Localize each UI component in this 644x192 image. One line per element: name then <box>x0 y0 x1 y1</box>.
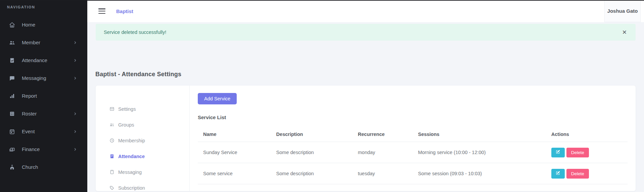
attendance-clipboard-icon <box>9 57 15 63</box>
edit-pencil-icon <box>556 150 560 155</box>
sidebar-item-home[interactable]: Home <box>0 16 87 34</box>
subnav-item-attendance[interactable]: Attendance <box>96 148 189 164</box>
church-icon <box>9 164 15 170</box>
delete-button[interactable]: Delete <box>566 169 589 179</box>
banknote-icon <box>9 146 15 152</box>
chevron-right-icon <box>73 112 77 116</box>
subnav-item-messaging[interactable]: Messaging <box>96 164 189 180</box>
cell-sessions: Morning service (10:00 - 12:00) <box>413 142 546 163</box>
home-icon <box>9 22 15 28</box>
content-area: Service deleted successfully! ✕ Baptist … <box>87 22 644 192</box>
sidebar-item-label: Messaging <box>22 75 46 81</box>
delete-button[interactable]: Delete <box>566 148 589 157</box>
subnav-item-settings[interactable]: Settings <box>96 101 189 117</box>
nav-section-label: NAVIGATION <box>7 5 87 9</box>
sidebar: NAVIGATION Home Member Attendance Messag… <box>0 0 87 192</box>
calendar-icon <box>9 129 15 135</box>
column-header-recurrence: Recurrence <box>353 127 413 142</box>
close-icon[interactable]: ✕ <box>622 29 628 36</box>
chevron-right-icon <box>73 41 77 45</box>
clock-icon <box>109 138 114 143</box>
sidebar-item-event[interactable]: Event <box>0 123 87 140</box>
column-header-sessions: Sessions <box>413 127 546 142</box>
page-title: Baptist - Attendance Settings <box>95 71 636 78</box>
chevron-right-icon <box>73 76 77 80</box>
subnav-item-label: Membership <box>118 138 145 143</box>
subnav-item-groups[interactable]: Groups <box>96 117 189 133</box>
sidebar-item-label: Finance <box>22 146 40 152</box>
cell-description: Some description <box>271 142 353 163</box>
sidebar-item-label: Event <box>22 129 35 134</box>
success-alert: Service deleted successfully! ✕ <box>96 24 636 41</box>
sidebar-item-label: Church <box>22 164 38 170</box>
sidebar-item-finance[interactable]: Finance <box>0 140 87 158</box>
user-name: Joshua Gato <box>607 8 638 14</box>
column-header-description: Description <box>271 127 353 142</box>
edit-pencil-icon <box>556 171 560 176</box>
row-actions: Delete <box>551 148 622 157</box>
groups-icon <box>109 122 114 128</box>
grid-icon <box>9 111 15 117</box>
user-menu[interactable]: Joshua Gato <box>604 0 641 22</box>
chevron-right-icon <box>73 147 77 151</box>
service-table: Name Description Recurrence Sessions Act… <box>198 127 628 184</box>
bar-chart-icon <box>9 93 15 99</box>
cell-recurrence: tuesday <box>353 163 413 184</box>
add-service-button[interactable]: Add Service <box>198 93 237 104</box>
sidebar-item-label: Report <box>22 93 37 99</box>
edit-button[interactable] <box>551 169 565 179</box>
phone-icon <box>109 170 114 175</box>
envelope-icon <box>109 106 114 112</box>
subnav-item-membership[interactable]: Membership <box>96 133 189 148</box>
chat-bubble-icon <box>9 75 15 81</box>
book-icon <box>109 154 114 159</box>
chevron-right-icon <box>73 130 77 134</box>
main-area: Baptist Joshua Gato Service deleted succ… <box>87 0 644 192</box>
brand-link[interactable]: Baptist <box>116 8 133 14</box>
members-icon <box>9 40 15 46</box>
table-row: Sunday Service Some description monday M… <box>198 142 628 163</box>
table-header-row: Name Description Recurrence Sessions Act… <box>198 127 628 142</box>
subnav-item-label: Attendance <box>118 154 145 159</box>
subnav-item-label: Groups <box>118 122 134 128</box>
subnav-item-label: Subscription <box>118 185 145 191</box>
column-header-name: Name <box>198 127 271 142</box>
cell-description: Some description <box>271 163 353 184</box>
sidebar-item-label: Home <box>22 22 35 28</box>
cell-name: Sunday Service <box>198 142 271 163</box>
subnav-item-label: Messaging <box>118 170 142 175</box>
column-header-actions: Actions <box>546 127 628 142</box>
cell-recurrence: monday <box>353 142 413 163</box>
menu-toggle-button[interactable] <box>98 8 105 14</box>
sidebar-item-label: Member <box>22 40 40 45</box>
sidebar-item-messaging[interactable]: Messaging <box>0 69 87 87</box>
sidebar-item-attendance[interactable]: Attendance <box>0 51 87 69</box>
table-row: Some service Some description tuesday So… <box>198 163 628 184</box>
sidebar-item-label: Roster <box>22 111 37 116</box>
service-list-title: Service List <box>198 114 628 120</box>
sidebar-item-label: Attendance <box>22 57 47 63</box>
row-actions: Delete <box>551 169 622 179</box>
cell-sessions: Some session (09:03 - 10:03) <box>413 163 546 184</box>
alert-message: Service deleted successfully! <box>104 30 166 35</box>
attendance-subnav: Settings Groups Membership Attendance <box>96 86 190 191</box>
chevron-right-icon <box>73 58 77 62</box>
app-root: NAVIGATION Home Member Attendance Messag… <box>0 0 644 192</box>
subnav-item-subscription[interactable]: Subscription <box>96 180 189 191</box>
sidebar-item-member[interactable]: Member <box>0 34 87 51</box>
service-panel: Add Service Service List Name Descriptio… <box>190 86 636 191</box>
subnav-item-label: Settings <box>118 106 136 112</box>
sidebar-item-roster[interactable]: Roster <box>0 105 87 123</box>
sidebar-item-church[interactable]: Church <box>0 158 87 176</box>
settings-card: Settings Groups Membership Attendance <box>96 86 636 191</box>
edit-button[interactable] <box>551 148 565 157</box>
tag-icon <box>109 185 114 191</box>
sidebar-item-report[interactable]: Report <box>0 87 87 105</box>
cell-name: Some service <box>198 163 271 184</box>
topbar: Baptist Joshua Gato <box>87 0 644 22</box>
